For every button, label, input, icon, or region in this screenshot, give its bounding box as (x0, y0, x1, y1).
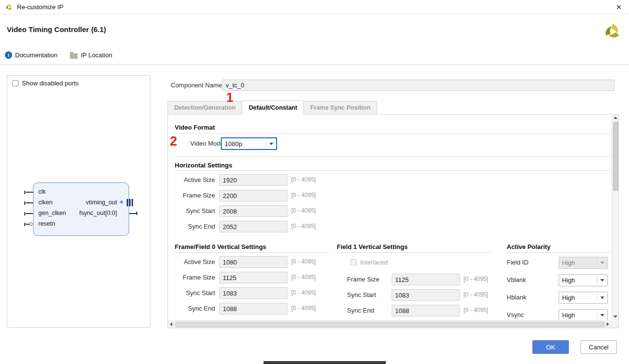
wire-tick (24, 191, 25, 194)
vsync-label: Vsync (507, 311, 524, 318)
scrollbar-corner (612, 320, 618, 328)
f0-active-size-label: Active Size (175, 258, 215, 265)
xilinx-logo-icon (603, 22, 622, 41)
f1-sync-start-input[interactable] (392, 289, 460, 301)
h-sync-start-input[interactable] (219, 205, 287, 217)
tab-label: Detection/Generation (174, 104, 235, 111)
section-rule (337, 252, 491, 253)
tab-default-constant[interactable]: Default/Constant (242, 100, 304, 115)
vsync-select[interactable]: High (559, 309, 608, 321)
expand-interface-icon[interactable]: + (119, 198, 124, 206)
f0-sync-start-input[interactable] (219, 287, 287, 299)
scroll-up-icon[interactable] (612, 115, 618, 121)
show-disabled-ports-label: Show disabled ports (22, 80, 79, 87)
h-sync-start-range: [0 - 4095] (291, 207, 316, 214)
f0-sync-start-range: [0 - 4095] (291, 289, 316, 296)
f0-sync-end-input[interactable] (219, 303, 287, 314)
default-constant-panel: Video Format 2 Video Mode 1080p Horizont… (167, 114, 619, 328)
component-name-label: Component Name (171, 82, 222, 89)
annotation-2: 2 (170, 134, 177, 149)
horizontal-scrollbar[interactable] (168, 320, 612, 328)
h-active-size-range: [0 - 4095] (291, 176, 316, 183)
f0-frame-size-range: [0 - 4095] (291, 274, 316, 281)
field-id-select: High (559, 257, 608, 269)
h-sync-start-label: Sync Start (175, 207, 215, 215)
clken-wire (26, 202, 33, 203)
vertical-scrollbar[interactable] (612, 115, 618, 320)
f1-sync-end-range: [0 - 4095] (463, 307, 488, 314)
field-id-value: High (562, 259, 575, 266)
section-rule (175, 170, 611, 171)
frame-field0-heading: Frame/Field 0 Vertical Settings (175, 243, 266, 250)
dropdown-separator (266, 140, 266, 147)
ip-location-link[interactable]: IP Location (81, 51, 112, 59)
tab-label: Default/Constant (248, 104, 297, 111)
interface-bar-icon (129, 199, 131, 206)
f1-sync-end-label: Sync End (347, 307, 374, 314)
ip-block[interactable]: clk clken gen_clken resetn vtiming_out +… (33, 182, 129, 236)
h-sync-end-range: [0 - 4095] (291, 223, 316, 230)
vertical-scroll-thumb[interactable] (613, 122, 618, 191)
hblank-select[interactable]: High (559, 292, 608, 304)
wire-tick (24, 223, 25, 226)
ok-button[interactable]: OK (532, 340, 569, 354)
video-mode-value: 1080p (225, 140, 242, 148)
tab-label: Frame Sync Position (310, 104, 370, 111)
field1-heading: Field 1 Vertical Settings (337, 243, 408, 250)
chevron-down-icon (600, 297, 604, 299)
f0-sync-end-label: Sync End (175, 305, 215, 312)
section-rule (507, 252, 611, 253)
header-links: i Documentation IP Location (5, 51, 112, 59)
dropdown-separator (597, 294, 597, 301)
page-title: Video Timing Controller (6.1) (7, 25, 106, 33)
documentation-link[interactable]: Documentation (15, 51, 57, 59)
hblank-label: Hblank (507, 294, 526, 301)
tab-frame-sync-position[interactable]: Frame Sync Position (303, 101, 377, 115)
f0-active-size-range: [0 - 4095] (291, 258, 316, 265)
chevron-down-icon (600, 279, 604, 281)
h-active-size-label: Active Size (175, 176, 215, 183)
tab-bar: Detection/Generation Default/Constant Fr… (167, 101, 377, 115)
show-disabled-ports-checkbox[interactable] (12, 80, 18, 86)
f1-frame-size-range: [0 - 4095] (463, 276, 488, 282)
horizontal-scroll-thumb[interactable] (175, 322, 605, 327)
h-active-size-input[interactable] (219, 174, 287, 186)
scroll-down-icon[interactable] (612, 314, 618, 320)
port-clken: clken (38, 199, 52, 206)
window-title: Re-customize IP (17, 3, 63, 11)
h-sync-end-input[interactable] (219, 221, 287, 232)
folder-icon (70, 53, 78, 59)
h-frame-size-label: Frame Size (175, 192, 215, 199)
h-sync-end-label: Sync End (175, 223, 215, 230)
scroll-right-icon[interactable] (605, 321, 611, 327)
vblank-select[interactable]: High (559, 274, 608, 286)
video-mode-select[interactable]: 1080p (221, 137, 277, 150)
interface-bar-icon (127, 199, 128, 206)
f1-frame-size-label: Frame Size (347, 276, 379, 283)
f0-active-size-input[interactable] (219, 256, 287, 268)
component-name-input[interactable] (222, 80, 614, 91)
recustomize-ip-dialog: Re-customize IP ✕ Video Timing Controlle… (0, 0, 629, 364)
f0-sync-start-label: Sync Start (175, 289, 215, 297)
taskbar-edge-artifact (264, 361, 386, 364)
f1-frame-size-input[interactable] (392, 274, 460, 285)
f0-frame-size-input[interactable] (219, 272, 287, 283)
dropdown-separator (597, 312, 597, 319)
wire-tick (24, 201, 25, 205)
video-format-heading: Video Format (175, 124, 215, 131)
h-frame-size-input[interactable] (219, 190, 287, 201)
cancel-button[interactable]: Cancel (580, 340, 617, 354)
f0-sync-end-range: [0 - 4095] (291, 305, 316, 312)
wire-tick (24, 212, 25, 215)
section-rule (175, 156, 611, 157)
wire-tick (136, 212, 137, 215)
dropdown-separator (597, 277, 597, 284)
f1-sync-end-input[interactable] (392, 305, 460, 316)
vsync-value: High (562, 312, 575, 319)
interlaced-checkbox (350, 259, 357, 265)
close-icon[interactable]: ✕ (613, 3, 624, 12)
horizontal-settings-heading: Horizontal Settings (175, 162, 232, 169)
gen-clken-wire (26, 213, 33, 214)
chevron-down-icon (269, 143, 273, 145)
scroll-left-icon[interactable] (168, 321, 174, 327)
